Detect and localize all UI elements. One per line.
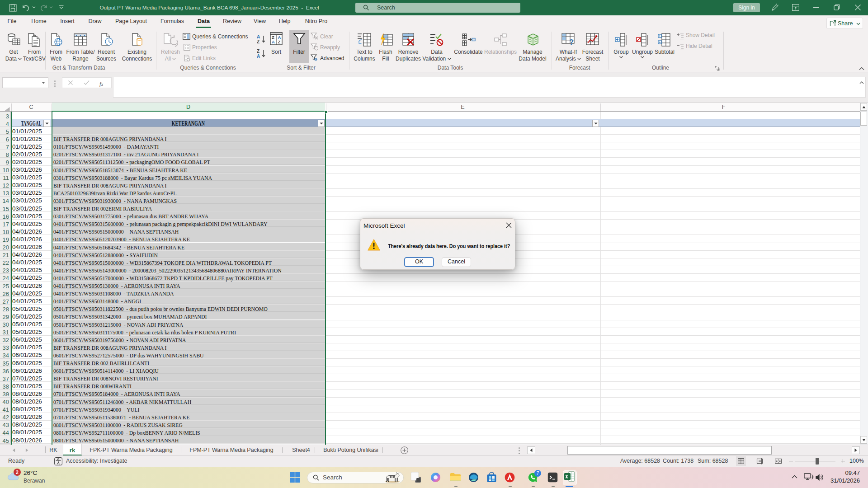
svg-text:Z: Z <box>278 39 281 44</box>
svg-text:?: ? <box>569 38 574 46</box>
svg-text:A: A <box>257 34 260 39</box>
svg-text:Z: Z <box>257 39 259 44</box>
svg-text:A: A <box>272 39 275 44</box>
